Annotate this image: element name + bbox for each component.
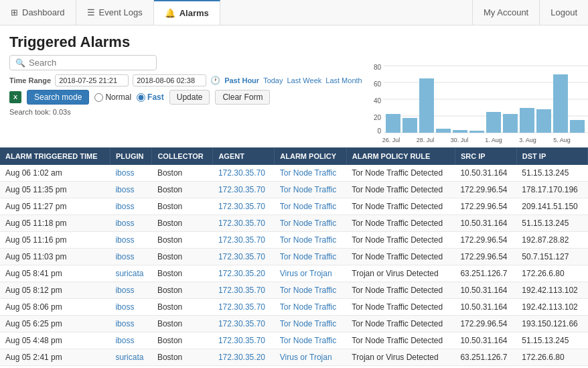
table-row: Aug 05 6:25 pmibossBoston172.30.35.70Tor…: [0, 316, 588, 332]
grid-icon: ⊞: [11, 7, 18, 17]
table-cell: Aug 05 4:48 pm: [0, 332, 110, 349]
navigation: ⊞ Dashboard ☰ Event Logs 🔔 Alarms My Acc…: [0, 0, 588, 25]
alarm-icon: 🔔: [165, 8, 175, 18]
table-cell: Boston: [152, 265, 213, 282]
table-cell[interactable]: Tor Node Traffic: [275, 299, 347, 316]
bar-chart: 80 60 40 20 0: [369, 58, 588, 145]
table-cell[interactable]: 172.30.35.70: [213, 332, 275, 349]
search-input[interactable]: [29, 58, 151, 68]
table-cell: Aug 05 11:35 pm: [0, 182, 110, 198]
logout-button[interactable]: Logout: [539, 0, 588, 25]
table-cell[interactable]: 172.30.35.70: [213, 215, 275, 232]
search-mode-row: X Search mode Normal Fast Update Clear F…: [9, 90, 362, 105]
table-cell: Trojan or Virus Detected: [346, 265, 455, 282]
table-cell[interactable]: iboss: [110, 332, 152, 349]
svg-text:30. Jul: 30. Jul: [450, 137, 468, 143]
table-cell[interactable]: iboss: [110, 182, 152, 198]
clear-form-button[interactable]: Clear Form: [215, 90, 270, 105]
time-start-input[interactable]: [55, 74, 129, 86]
table-cell[interactable]: 172.30.35.70: [213, 282, 275, 299]
table-cell[interactable]: Tor Node Traffic: [275, 249, 347, 265]
table-cell[interactable]: 172.30.35.70: [213, 249, 275, 265]
chart-container: 80 60 40 20 0: [369, 55, 588, 145]
last-month-link[interactable]: Last Month: [325, 76, 362, 84]
table-cell[interactable]: iboss: [110, 232, 152, 249]
table-cell[interactable]: iboss: [110, 282, 152, 299]
table-cell[interactable]: iboss: [110, 165, 152, 182]
my-account-label: My Account: [484, 7, 528, 17]
past-hour-link[interactable]: Past Hour: [224, 76, 259, 84]
table-row: Aug 05 11:03 pmibossBoston172.30.35.70To…: [0, 249, 588, 265]
last-week-link[interactable]: Last Week: [287, 76, 321, 84]
table-container: ALARM TRIGGERED TIME PLUGIN COLLECTOR AG…: [0, 147, 588, 366]
my-account-button[interactable]: My Account: [472, 0, 539, 25]
table-cell: 50.7.151.127: [516, 249, 587, 265]
table-cell[interactable]: suricata: [110, 349, 152, 366]
table-row: Aug 05 11:16 pmibossBoston172.30.35.70To…: [0, 232, 588, 249]
table-cell: Tor Node Traffic Detected: [346, 182, 455, 198]
table-cell[interactable]: Tor Node Traffic: [275, 232, 347, 249]
table-cell: Tor Node Traffic Detected: [346, 232, 455, 249]
table-cell: Aug 05 11:03 pm: [0, 249, 110, 265]
table-cell: 172.29.96.54: [455, 182, 516, 198]
table-cell: Aug 05 2:41 pm: [0, 349, 110, 366]
table-cell: 51.15.13.245: [516, 165, 587, 182]
svg-text:28. Jul: 28. Jul: [416, 137, 434, 143]
table-cell: Tor Node Traffic Detected: [346, 215, 455, 232]
table-cell[interactable]: 172.30.35.70: [213, 232, 275, 249]
col-collector: COLLECTOR: [152, 147, 213, 165]
table-cell[interactable]: Tor Node Traffic: [275, 316, 347, 332]
nav-item-dashboard[interactable]: ⊞ Dashboard: [0, 0, 76, 25]
table-row: Aug 05 8:06 pmibossBoston172.30.35.70Tor…: [0, 299, 588, 316]
alarms-table: ALARM TRIGGERED TIME PLUGIN COLLECTOR AG…: [0, 147, 588, 366]
nav-item-alarms[interactable]: 🔔 Alarms: [154, 0, 220, 25]
table-cell[interactable]: iboss: [110, 316, 152, 332]
table-cell[interactable]: 172.30.35.70: [213, 299, 275, 316]
search-took: Search took: 0.03s: [9, 108, 362, 116]
svg-text:60: 60: [374, 80, 382, 88]
table-cell[interactable]: Virus or Trojan: [275, 349, 347, 366]
table-cell[interactable]: Tor Node Traffic: [275, 282, 347, 299]
table-cell[interactable]: iboss: [110, 215, 152, 232]
table-cell: Tor Node Traffic Detected: [346, 165, 455, 182]
search-mode-button[interactable]: Search mode: [27, 90, 89, 105]
event-logs-label: Event Logs: [99, 7, 143, 17]
svg-text:1. Aug: 1. Aug: [485, 137, 502, 143]
table-cell: Aug 05 11:27 pm: [0, 198, 110, 215]
table-cell: 10.50.31.164: [455, 215, 516, 232]
today-link[interactable]: Today: [263, 76, 283, 84]
table-cell[interactable]: 172.30.35.70: [213, 182, 275, 198]
list-icon: ☰: [87, 7, 95, 17]
fast-label: Fast: [147, 93, 164, 102]
fast-radio-label[interactable]: Fast: [137, 93, 164, 102]
table-cell[interactable]: Tor Node Traffic: [275, 332, 347, 349]
table-cell[interactable]: 172.30.35.70: [213, 198, 275, 215]
fast-radio[interactable]: [137, 93, 145, 102]
table-cell[interactable]: Virus or Trojan: [275, 265, 347, 282]
table-cell[interactable]: suricata: [110, 265, 152, 282]
table-cell[interactable]: Tor Node Traffic: [275, 165, 347, 182]
normal-radio-label[interactable]: Normal: [94, 93, 131, 102]
table-cell[interactable]: Tor Node Traffic: [275, 198, 347, 215]
table-cell[interactable]: iboss: [110, 249, 152, 265]
table-cell[interactable]: iboss: [110, 299, 152, 316]
nav-item-event-logs[interactable]: ☰ Event Logs: [76, 0, 154, 25]
normal-radio[interactable]: [94, 93, 103, 102]
table-cell: 172.29.96.54: [455, 198, 516, 215]
table-cell[interactable]: 172.30.35.70: [213, 316, 275, 332]
table-cell: 51.15.13.245: [516, 332, 587, 349]
time-end-input[interactable]: [133, 74, 206, 86]
table-cell[interactable]: 172.30.35.20: [213, 265, 275, 282]
table-cell[interactable]: iboss: [110, 198, 152, 215]
table-cell[interactable]: Tor Node Traffic: [275, 215, 347, 232]
search-icon: 🔍: [15, 58, 25, 68]
table-cell[interactable]: Tor Node Traffic: [275, 182, 347, 198]
update-button[interactable]: Update: [169, 90, 210, 105]
table-cell[interactable]: 172.30.35.20: [213, 349, 275, 366]
clock-icon: 🕐: [210, 76, 220, 85]
table-cell: Aug 05 8:06 pm: [0, 299, 110, 316]
search-box-container: 🔍: [9, 55, 157, 70]
table-cell: 172.26.6.80: [516, 349, 587, 366]
svg-text:0: 0: [377, 127, 381, 135]
table-cell[interactable]: 172.30.35.70: [213, 165, 275, 182]
